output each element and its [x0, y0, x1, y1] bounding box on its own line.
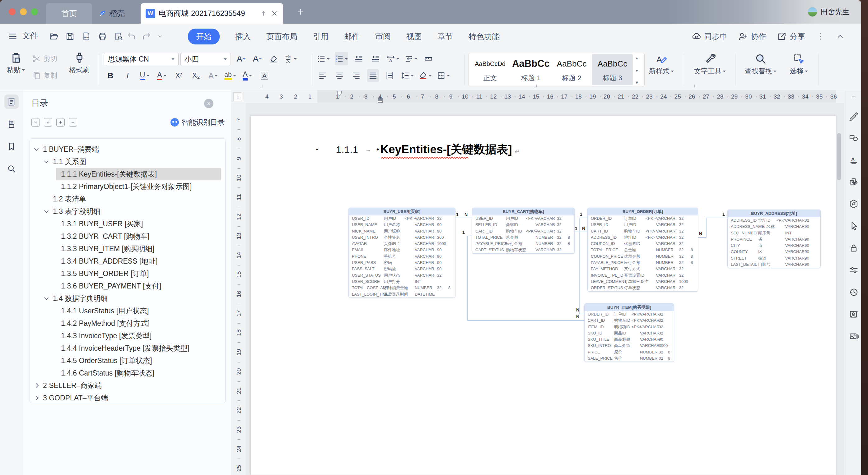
undo-button[interactable]	[127, 32, 136, 41]
style-card-3[interactable]: AaBbCc标题 3	[592, 54, 633, 85]
distribute-button[interactable]	[384, 69, 396, 82]
vertical-scrollbar[interactable]	[837, 106, 841, 473]
expand-all-button[interactable]	[31, 118, 40, 127]
toc-item-15[interactable]: 1.4.3 InvoiceType [发票类型]	[30, 330, 225, 342]
open-folder-icon[interactable]	[49, 32, 59, 41]
char-scale-button[interactable]: A	[386, 52, 400, 65]
italic-button[interactable]: I	[122, 69, 133, 82]
history-version-icon[interactable]	[849, 287, 859, 297]
protect-lock-icon[interactable]	[849, 243, 859, 253]
copy-button[interactable]: 复制	[32, 71, 57, 80]
find-replace-button[interactable]: 查找替换	[740, 53, 781, 76]
align-center-button[interactable]	[334, 69, 345, 82]
align-left-button[interactable]	[317, 69, 329, 82]
toc-item-6[interactable]: 1.3.1 BUYR_USER [买家]	[30, 217, 225, 230]
horizontal-ruler[interactable]: 4321123456789101112131415161718192021222…	[232, 90, 844, 103]
search-panel-button[interactable]	[4, 162, 19, 176]
settings-sliders-icon[interactable]	[849, 265, 859, 275]
minimize-window-button[interactable]	[20, 8, 27, 15]
text-tool-button[interactable]: 文字工具	[691, 53, 728, 76]
toc-item-9[interactable]: 1.3.4 BUYR_ADDRESS [地址]	[30, 255, 225, 267]
close-sidebar-button[interactable]: ×	[204, 99, 213, 108]
menu-tab-1[interactable]: 插入	[235, 31, 251, 42]
document-page[interactable]	[250, 116, 836, 475]
menu-tab-4[interactable]: 邮件	[344, 31, 360, 42]
char-shading-button[interactable]: A	[258, 69, 270, 82]
collapse-all-button[interactable]	[44, 118, 52, 127]
print-preview-icon[interactable]	[114, 32, 123, 41]
select-button[interactable]: 选择	[783, 53, 814, 76]
batch-edit-icon[interactable]	[849, 177, 859, 187]
bold-button[interactable]: B	[104, 69, 116, 82]
close-tab-icon[interactable]	[271, 10, 278, 17]
tab-document[interactable]: W 电商商城-2021716235549	[141, 3, 283, 24]
font-name-select[interactable]: 思源黑体 CN	[104, 53, 179, 65]
wrap-break-button[interactable]	[404, 52, 417, 65]
clear-format-button[interactable]	[268, 52, 279, 65]
toc-item-2[interactable]: 1.1.1 KeyEntities-[关键数据表]	[30, 168, 225, 180]
print-icon[interactable]	[98, 32, 107, 41]
menu-tab-3[interactable]: 引用	[313, 31, 329, 42]
new-style-button[interactable]: A 新样式	[643, 53, 680, 76]
menu-tab-5[interactable]: 审阅	[375, 31, 391, 42]
tab-docer[interactable]: 稻壳	[96, 3, 128, 24]
decrease-indent-button[interactable]	[353, 52, 365, 65]
text-effect-button[interactable]: A	[207, 69, 219, 82]
cut-button[interactable]: 剪切	[32, 54, 57, 63]
style-card-2[interactable]: AaBbCc标题 2	[551, 54, 592, 85]
style-card-0[interactable]: AaBbCcDd正文	[470, 54, 510, 85]
justify-button[interactable]	[367, 69, 379, 82]
docer-resource-icon[interactable]	[849, 199, 859, 209]
bookmark-panel-button[interactable]	[4, 139, 19, 154]
select-cursor-icon[interactable]	[849, 221, 859, 231]
decrease-font-button[interactable]: A−	[251, 52, 263, 65]
insert-shapes-icon[interactable]	[849, 133, 859, 143]
underline-button[interactable]: U	[139, 69, 151, 82]
share-button[interactable]: 分享	[777, 31, 805, 42]
expand-node-button[interactable]	[56, 118, 65, 127]
hamburger-menu-button[interactable]	[8, 32, 18, 41]
font-color-button[interactable]: A	[241, 69, 253, 82]
save-icon[interactable]	[65, 32, 75, 41]
toc-item-18[interactable]: 1.4.6 CartStatus [购物车状态]	[30, 367, 225, 379]
vertical-ruler[interactable]: 78910111213141516171819202122232425	[232, 103, 246, 475]
toc-item-16[interactable]: 1.4.4 InvoiceHeaderType [发票抬头类型]	[30, 342, 225, 354]
toc-item-0[interactable]: 1 BUYER–消费端	[30, 143, 225, 156]
tab-home[interactable]: 首页	[46, 3, 92, 24]
border-button[interactable]	[437, 69, 450, 82]
menu-tab-7[interactable]: 章节	[437, 31, 453, 42]
increase-indent-button[interactable]	[370, 52, 381, 65]
collaborate-button[interactable]: 协作	[738, 31, 766, 42]
pinyin-guide-button[interactable]: wén文	[284, 52, 297, 65]
image-gallery-icon[interactable]	[849, 331, 859, 341]
toc-item-20[interactable]: 3 GODPLAT–平台端	[30, 392, 225, 403]
account-area[interactable]: 田舍先生	[808, 0, 849, 24]
align-right-button[interactable]	[350, 69, 362, 82]
toc-item-3[interactable]: 1.1.2 PrimaryObject1-[关键业务对象示图]	[30, 180, 225, 193]
upload-cloud-icon[interactable]	[260, 10, 267, 17]
menu-tab-0[interactable]: 开始	[188, 29, 220, 44]
scrollbar-thumb[interactable]	[837, 133, 841, 180]
shading-button[interactable]	[419, 69, 432, 82]
numbered-list-button[interactable]: 123	[335, 52, 348, 65]
toc-item-1[interactable]: 1.1 关系图	[30, 156, 225, 168]
document-canvas[interactable]	[246, 103, 844, 475]
toc-item-12[interactable]: 1.4 数据字典明细	[30, 292, 225, 305]
toc-panel-button[interactable]	[4, 95, 19, 109]
rail-drag-handle[interactable]	[849, 94, 858, 99]
draw-pen-icon[interactable]	[849, 111, 859, 121]
style-gallery-arrows[interactable]: ▴▾▾	[633, 54, 641, 85]
menu-tab-6[interactable]: 视图	[406, 31, 422, 42]
paste-button[interactable]: 粘贴	[5, 52, 27, 75]
toc-item-8[interactable]: 1.3.3 BUYR_ITEM [购买明细]	[30, 242, 225, 255]
file-menu[interactable]: 文件	[22, 30, 38, 41]
wordart-icon[interactable]: A	[849, 155, 859, 165]
strikethrough-button[interactable]: A	[156, 69, 168, 82]
format-painter-button[interactable]: 格式刷	[65, 52, 93, 75]
font-size-select[interactable]: 小四	[181, 53, 231, 65]
toc-item-14[interactable]: 1.4.2 PayMethod [支付方式]	[30, 317, 225, 330]
menu-tab-2[interactable]: 页面布局	[266, 31, 298, 42]
redo-button[interactable]	[142, 32, 151, 41]
toc-item-19[interactable]: 2 SELLER–商家端	[30, 379, 225, 392]
toc-item-4[interactable]: 1.2 表清单	[30, 193, 225, 205]
